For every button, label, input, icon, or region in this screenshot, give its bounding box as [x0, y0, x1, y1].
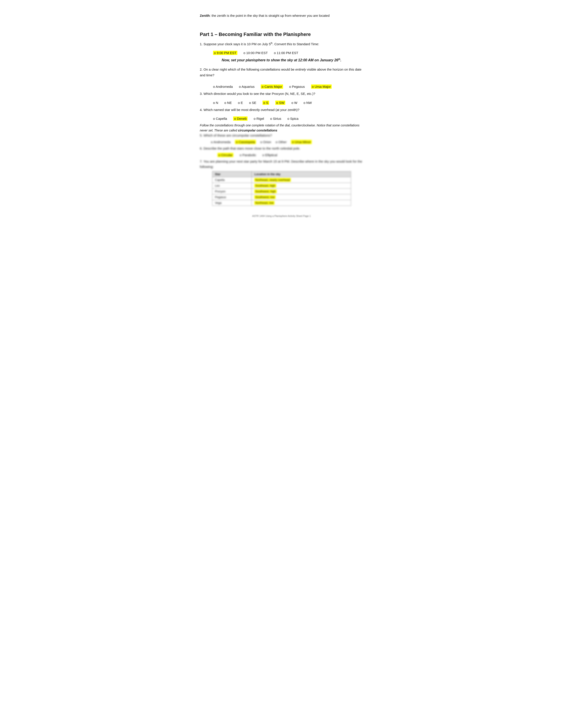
q2-option-aquarius[interactable]: o Aquarius: [239, 85, 254, 88]
q4-option-capella[interactable]: o Capella: [213, 117, 227, 120]
q5-option-cassiopeia[interactable]: o Cassiopeia: [235, 140, 256, 144]
q1-text2: . Convert this to Standard Time:: [272, 42, 319, 46]
q3-option-w[interactable]: o W: [292, 101, 298, 105]
q1-option-2[interactable]: o 10:00 PM EST: [243, 51, 268, 55]
table-cell-location: Northeast, low: [252, 200, 351, 206]
zenith-text: : the zenith is the point in the sky tha…: [210, 14, 330, 17]
q1-instruction-text: Now, set your planisphere to show the sk…: [222, 58, 338, 62]
table-cell-location: Northeast, nearly overhead: [252, 177, 351, 183]
q3-option-sw[interactable]: o SW: [275, 101, 285, 105]
q2-option-pegasus[interactable]: o Pegasus: [289, 85, 305, 88]
q5-option-andromeda[interactable]: o Andromeda: [211, 140, 230, 144]
q4-option-deneb[interactable]: o Deneb: [233, 116, 247, 121]
q5-option-ursa-minor[interactable]: o Ursa Minor: [291, 140, 312, 144]
question-6-text: 6. Describe the path that stars move clo…: [200, 146, 363, 151]
table-cell-location: Southwest, high: [252, 189, 351, 194]
q2-italic: entirely: [296, 68, 306, 71]
q2-options: o Andromeda o Aquarius o Canis Major o P…: [213, 84, 363, 89]
follow-note: Follow the constellations through one co…: [200, 123, 363, 133]
q6-option-circular[interactable]: o Circular: [217, 153, 233, 157]
q4-option-sirius[interactable]: o Sirius: [270, 117, 281, 120]
footer-text: ASTR 1404 Using a Planisphere Activity S…: [252, 215, 311, 217]
table-row: Vega Northeast, low: [212, 200, 351, 206]
question-5-text: 5. Which of these are circumpolar conste…: [200, 133, 363, 138]
question-2: 2. On a clear night which of the followi…: [200, 67, 363, 78]
q2-text: 2. On a clear night which of the followi…: [200, 68, 296, 71]
q1-option-1[interactable]: o 9:00 PM EST: [213, 51, 237, 55]
q4-text: 4. Which named star will be most directl…: [200, 108, 300, 112]
question-7-text: 7. You are planning your next star party…: [200, 159, 363, 169]
table-cell-location: Southwest, low: [252, 194, 351, 200]
q2-option-andromeda[interactable]: o Andromeda: [213, 85, 233, 88]
question-1: 1. Suppose your clock says it is 10 PM o…: [200, 41, 363, 47]
q4-option-rigel[interactable]: o Rigel: [254, 117, 264, 120]
table-header-star: Star: [212, 171, 252, 177]
table-row: Procyon Southwest, high: [212, 189, 351, 194]
q3-option-n[interactable]: o N: [213, 101, 218, 105]
table-row: Pegasus Southwest, low: [212, 194, 351, 200]
q2-option-canis-major[interactable]: o Canis Major: [261, 84, 283, 89]
q3-text: 3. Which direction would you look to see…: [200, 92, 315, 96]
q1-instruction-sup: th: [338, 58, 340, 60]
q6-option-parabolic[interactable]: o Parabolic: [239, 153, 256, 157]
table-cell-star: Procyon: [212, 189, 252, 194]
q1-options: o 9:00 PM EST o 10:00 PM EST o 11:00 PM …: [213, 51, 363, 55]
q1-option-3[interactable]: o 11:00 PM EST: [274, 51, 298, 55]
q5-option-other[interactable]: o Other: [275, 140, 287, 144]
follow-note-bold: circumpolar constellations: [238, 129, 277, 132]
q2-option-ursa-major[interactable]: o Ursa Major: [311, 84, 332, 89]
q3-options: o N o NE o E o SE o S o SW o W o NW: [213, 101, 363, 105]
q1-text: 1. Suppose your clock says it is 10 PM o…: [200, 42, 271, 46]
table-cell-star: Pegasus: [212, 194, 252, 200]
table-cell-star: Leo: [212, 183, 252, 189]
q3-option-nw[interactable]: o NW: [304, 101, 312, 105]
q6-options: o Circular o Parabolic o Elliptical: [217, 153, 363, 157]
q5-option-orion[interactable]: o Orion: [260, 140, 271, 144]
table-cell-location: Southeast, high: [252, 183, 351, 189]
table-row: Capella Northeast, nearly overhead: [212, 177, 351, 183]
q4-option-spica[interactable]: o Spica: [288, 117, 299, 120]
table-row: Leo Southeast, high: [212, 183, 351, 189]
part1-title: Part 1 – Becoming Familiar with the Plan…: [200, 32, 363, 37]
follow-note-text: Follow the constellations through one co…: [200, 124, 360, 132]
question-3: 3. Which direction would you look to see…: [200, 91, 363, 97]
q3-option-e[interactable]: o E: [238, 101, 243, 105]
q1-instruction: Now, set your planisphere to show the sk…: [200, 58, 363, 62]
zenith-definition: Zenith: the zenith is the point in the s…: [200, 13, 363, 18]
q4-options: o Capella o Deneb o Rigel o Sirius o Spi…: [213, 116, 363, 121]
zenith-label: Zenith: [200, 14, 210, 17]
q7-table-section: Star Location in the sky Capella Northea…: [200, 171, 363, 206]
q7-table: Star Location in the sky Capella Northea…: [212, 171, 351, 206]
question-4: 4. Which named star will be most directl…: [200, 107, 363, 113]
q3-option-s[interactable]: o S: [262, 101, 269, 105]
q3-option-ne[interactable]: o NE: [224, 101, 231, 105]
table-cell-star: Capella: [212, 177, 252, 183]
q5-options: o Andromeda o Cassiopeia o Orion o Other…: [211, 140, 363, 144]
q3-option-se[interactable]: o SE: [249, 101, 256, 105]
table-header-location: Location in the sky: [252, 171, 351, 177]
table-cell-star: Vega: [212, 200, 252, 206]
footer: ASTR 1404 Using a Planisphere Activity S…: [200, 215, 363, 217]
q6-option-elliptical[interactable]: o Elliptical: [262, 153, 277, 157]
